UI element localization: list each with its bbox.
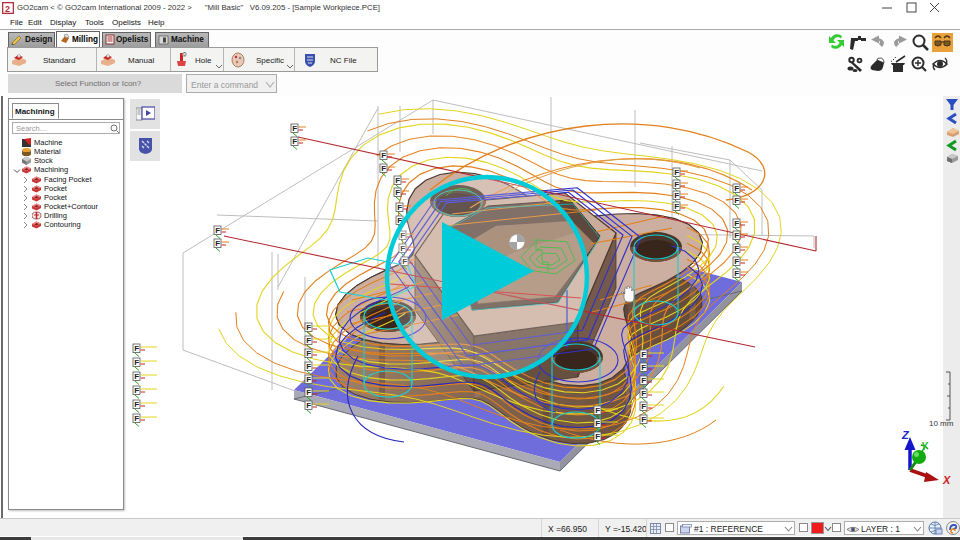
svg-text:F: F <box>381 151 386 160</box>
svg-text:F: F <box>641 363 646 372</box>
svg-text:F: F <box>134 372 139 381</box>
svg-text:F: F <box>595 432 600 441</box>
svg-text:F: F <box>641 415 646 424</box>
svg-text:10 mm: 10 mm <box>929 419 954 428</box>
svg-text:2: 2 <box>5 4 10 14</box>
svg-text:F: F <box>134 358 139 367</box>
svg-text:F: F <box>292 137 297 146</box>
svg-text:F: F <box>306 401 311 410</box>
svg-text:X: X <box>942 474 951 486</box>
svg-text:F: F <box>734 257 739 266</box>
svg-text:F: F <box>641 389 646 398</box>
svg-text:F: F <box>641 376 646 385</box>
svg-text:F: F <box>595 419 600 428</box>
svg-text:Y: Y <box>921 441 929 452</box>
svg-text:F: F <box>397 203 402 212</box>
svg-text:F: F <box>641 350 646 359</box>
svg-text:F: F <box>674 180 679 189</box>
svg-text:F: F <box>215 226 220 235</box>
svg-text:F: F <box>306 362 311 371</box>
svg-text:F: F <box>134 400 139 409</box>
svg-text:F: F <box>734 184 739 193</box>
svg-text:F: F <box>134 386 139 395</box>
svg-text:F: F <box>306 323 311 332</box>
svg-text:F: F <box>395 176 400 185</box>
svg-text:F: F <box>595 406 600 415</box>
svg-text:F: F <box>734 244 739 253</box>
svg-text:Z: Z <box>901 429 910 441</box>
svg-text:F: F <box>306 388 311 397</box>
svg-text:F: F <box>734 231 739 240</box>
svg-text:F: F <box>134 414 139 423</box>
svg-text:F: F <box>734 219 739 228</box>
svg-text:F: F <box>381 164 386 173</box>
svg-text:F: F <box>674 202 679 211</box>
svg-text:F: F <box>134 344 139 353</box>
svg-text:F: F <box>215 239 220 248</box>
svg-text:F: F <box>395 188 400 197</box>
svg-text:F: F <box>734 269 739 278</box>
svg-text:F: F <box>306 375 311 384</box>
svg-text:F: F <box>306 349 311 358</box>
svg-text:F: F <box>674 191 679 200</box>
svg-text:F: F <box>641 402 646 411</box>
svg-text:F: F <box>306 336 311 345</box>
svg-text:F: F <box>292 124 297 133</box>
svg-text:F: F <box>674 168 679 177</box>
svg-text:F: F <box>734 196 739 205</box>
